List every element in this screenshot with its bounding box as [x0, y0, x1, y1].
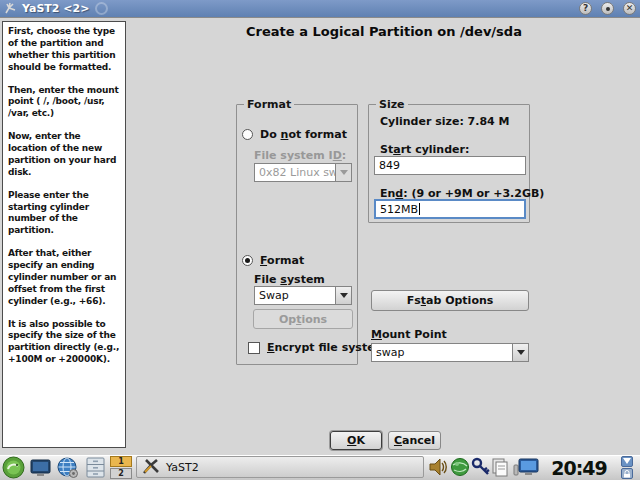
format-group-legend: Format — [244, 98, 294, 111]
dropdown-arrow-icon[interactable] — [335, 287, 351, 304]
dropdown-arrow-icon — [335, 164, 351, 181]
file-system-id-label: File system ID: — [254, 149, 346, 162]
yast-app-icon — [4, 2, 17, 15]
mount-point-label: Mount Point — [371, 328, 447, 341]
file-system-id-value: 0x82 Linux swap — [255, 166, 335, 179]
help-paragraph: Then, enter the mount point ( /, /boot, … — [8, 85, 120, 121]
file-cabinet-icon[interactable] — [84, 456, 107, 479]
panel-mini-buttons — [621, 456, 633, 479]
start-cylinder-input[interactable]: 849 — [374, 156, 526, 175]
end-input[interactable]: 512MB — [374, 199, 526, 219]
web-globe-icon[interactable] — [56, 456, 79, 479]
encrypt-label: Encrypt file system — [267, 341, 386, 354]
desktop-pager[interactable]: 1 2 — [110, 456, 132, 479]
file-system-combo[interactable]: Swap — [254, 286, 352, 305]
taskbar-window-button[interactable]: YaST2 — [136, 456, 424, 478]
start-cylinder-label: Start cylinder: — [380, 143, 469, 156]
cancel-button[interactable]: Cancel — [388, 431, 441, 450]
size-group: Size Cylinder size: 7.84 M Start cylinde… — [368, 104, 530, 223]
checkbox-icon — [248, 342, 260, 354]
help-panel: First, choose the type of the partition … — [2, 21, 126, 448]
ok-button[interactable]: OK — [330, 431, 382, 450]
mount-point-combo[interactable]: swap — [371, 343, 529, 362]
encrypt-checkbox-row[interactable]: Encrypt file system — [248, 341, 386, 354]
volume-icon[interactable] — [428, 457, 448, 477]
network-globe-icon[interactable] — [450, 457, 470, 477]
options-button: Options — [253, 309, 353, 329]
help-paragraph: It is also possible to specify the size … — [8, 319, 120, 367]
help-paragraph: Please enter the starting cylinder numbe… — [8, 190, 120, 238]
page-title: Create a Logical Partition on /dev/sda — [128, 24, 640, 39]
clipboard-icon[interactable] — [490, 457, 510, 477]
titlebar[interactable]: YaST2 <2> ? ✕ — [0, 0, 640, 18]
close-button[interactable]: ✕ — [623, 2, 636, 15]
radio-format[interactable]: Format — [242, 254, 304, 267]
help-button[interactable]: ? — [579, 2, 592, 15]
taskbar-clock[interactable]: 20:49 — [540, 455, 618, 480]
radio-circle-checked-icon — [242, 255, 253, 266]
text-caret — [419, 203, 420, 215]
file-system-value: Swap — [255, 289, 335, 302]
window-title: YaST2 <2> — [22, 2, 89, 15]
radio-circle-icon — [242, 129, 253, 140]
desktop-monitor-icon[interactable] — [29, 456, 52, 479]
mount-point-value: swap — [372, 346, 512, 359]
maximize-button[interactable] — [601, 2, 614, 15]
radio-do-not-format[interactable]: Do not format — [242, 128, 347, 141]
maximize-dot-icon — [606, 7, 610, 11]
fstab-options-button[interactable]: Fstab Options — [371, 290, 529, 311]
panel-lock-icon[interactable] — [621, 468, 633, 479]
keys-icon[interactable] — [471, 457, 491, 477]
suse-menu-icon[interactable] — [2, 456, 25, 479]
size-group-legend: Size — [376, 98, 408, 111]
file-system-label: File system — [254, 273, 325, 286]
file-system-id-combo: 0x82 Linux swap — [254, 163, 352, 182]
help-paragraph: Now, enter the location of the new parti… — [8, 131, 120, 179]
taskbar-window-label: YaST2 — [166, 461, 199, 474]
pager-desktop-2[interactable]: 2 — [110, 468, 132, 479]
format-group: Format Do not format File system ID: 0x8… — [236, 104, 358, 365]
dropdown-arrow-icon[interactable] — [512, 344, 528, 361]
display-applet-icon[interactable] — [513, 457, 539, 477]
desktop: YaST2 <2> ? ✕ First, choose the type of … — [0, 0, 640, 480]
help-paragraph: After that, either specify an ending cyl… — [8, 248, 120, 307]
format-label: Format — [260, 254, 304, 267]
busy-swirl-icon — [95, 2, 108, 15]
help-paragraph: First, choose the type of the partition … — [8, 26, 120, 74]
pager-desktop-1[interactable]: 1 — [110, 456, 132, 467]
panel-hide-arrow-icon[interactable] — [621, 456, 633, 467]
cylinder-size-label: Cylinder size: 7.84 M — [380, 115, 510, 128]
yast-task-icon — [142, 458, 160, 476]
do-not-format-label: Do not format — [260, 128, 347, 141]
